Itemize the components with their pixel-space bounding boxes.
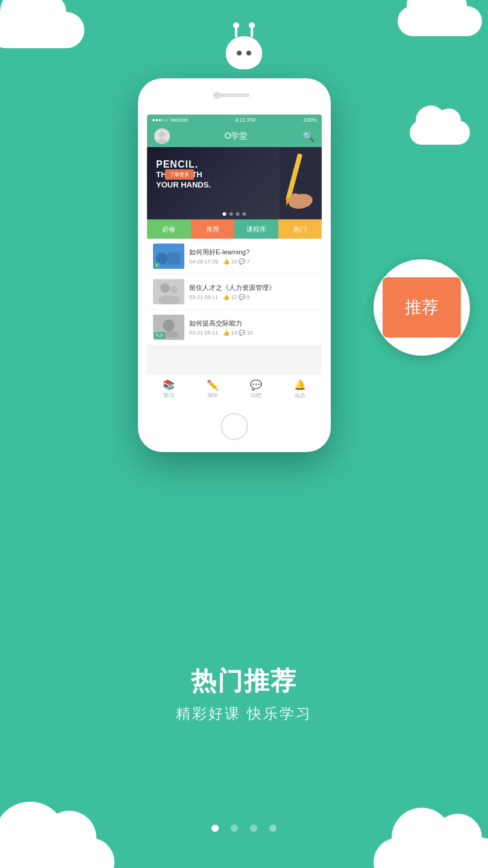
banner-illustration — [255, 147, 322, 219]
status-bar: ●●●○○ Verizon 4:21 PM 100% — [147, 115, 322, 125]
tab-hot[interactable]: 热门 — [278, 219, 322, 239]
study-icon: 📚 — [163, 379, 175, 391]
course-meta-2: 03-21 09:11 👍 12 💬 9 — [189, 294, 316, 300]
nav-label-study: 学习 — [163, 392, 174, 400]
list-item[interactable]: 留住人才之《人力资源管理》 03-21 09:11 👍 12 💬 9 — [147, 274, 322, 310]
cloud-bottom-left — [0, 838, 114, 868]
course-thumbnail-2 — [153, 279, 184, 304]
banner-dot-4 — [243, 212, 246, 216]
banner-dot-2 — [230, 212, 233, 216]
course-stats-2: 👍 12 💬 9 — [223, 294, 250, 300]
svg-point-15 — [163, 319, 175, 332]
course-date-1: 04-28 17:26 — [189, 259, 218, 265]
phone-frame: ●●●○○ Verizon 4:21 PM 100% O学堂 🔍 PENCI — [138, 78, 331, 452]
course-stats-1: 👍 10 💬 7 — [223, 259, 250, 265]
search-icon[interactable]: 🔍 — [302, 131, 314, 142]
banner-dot-1 — [223, 212, 227, 216]
svg-point-12 — [170, 286, 178, 294]
banner-dot-3 — [236, 212, 240, 216]
tab-recommend[interactable]: 推荐 — [191, 219, 235, 239]
recommend-label: 推荐 — [383, 277, 461, 338]
course-title-1: 如何用好E-learning? — [189, 248, 316, 257]
phone-camera — [213, 92, 221, 99]
phone-mockup: ●●●○○ Verizon 4:21 PM 100% O学堂 🔍 PENCI — [138, 78, 331, 452]
svg-rect-9 — [168, 253, 180, 265]
bottom-navigation: 📚 学习 ✏️ 测评 💬 问吧 🔔 动态 — [147, 374, 322, 404]
page-dot-4[interactable] — [269, 825, 277, 832]
page-dot-2[interactable] — [231, 825, 238, 832]
app-header: O学堂 🔍 — [147, 125, 322, 147]
tab-required[interactable]: 必修 — [147, 219, 191, 239]
app-title: O学堂 — [225, 131, 248, 142]
banner-cta-button[interactable]: 了解更多 — [165, 169, 194, 180]
nav-item-feed[interactable]: 🔔 动态 — [278, 374, 322, 404]
phone-speaker — [219, 93, 249, 97]
phone-home-button[interactable] — [221, 413, 248, 440]
feed-icon: 🔔 — [294, 379, 306, 391]
list-item[interactable]: 礼仪 如何提高交际能力 03-21 09:11 👍 13 💬 10 — [147, 310, 322, 345]
ask-icon: 💬 — [250, 379, 262, 391]
recommend-circle[interactable]: 推荐 — [374, 259, 470, 356]
category-tabs: 必修 推荐 课程库 热门 — [147, 219, 322, 239]
banner-text: PENCIL. THINK WITH YOUR HANDS. 了解更多 — [156, 159, 211, 190]
course-info-3: 如何提高交际能力 03-21 09:11 👍 13 💬 10 — [189, 319, 316, 336]
headline-text: 热门推荐 — [0, 664, 488, 698]
thumb-label-1: E — [154, 263, 160, 268]
page-dot-3[interactable] — [250, 825, 257, 832]
course-thumbnail-1: E — [153, 244, 184, 269]
banner-line3: YOUR HANDS. — [156, 180, 211, 190]
cloud-top-left — [0, 12, 84, 48]
course-info-2: 留住人才之《人力资源管理》 03-21 09:11 👍 12 💬 9 — [189, 283, 316, 300]
svg-point-11 — [160, 283, 170, 293]
cloud-mid-right — [410, 121, 470, 145]
page-dot-1[interactable] — [211, 825, 219, 832]
course-date-3: 03-21 09:11 — [189, 330, 218, 336]
page-indicator — [0, 825, 488, 832]
nav-label-ask: 问吧 — [251, 392, 261, 400]
course-title-2: 留住人才之《人力资源管理》 — [189, 283, 316, 292]
nav-item-study[interactable]: 📚 学习 — [147, 374, 191, 404]
banner-dots — [223, 212, 246, 216]
course-list: E 如何用好E-learning? 04-28 17:26 👍 10 💬 7 — [147, 239, 322, 345]
nav-label-feed: 动态 — [295, 392, 305, 400]
time-display: 4:21 PM — [236, 117, 256, 123]
course-meta-3: 03-21 09:11 👍 13 💬 10 — [189, 330, 316, 336]
nav-label-exam: 测评 — [207, 392, 218, 400]
robot-mascot — [220, 36, 268, 84]
tab-library[interactable]: 课程库 — [234, 219, 278, 239]
carrier-text: ●●●○○ Verizon — [152, 117, 188, 123]
battery-display: 100% — [303, 117, 317, 123]
svg-point-0 — [159, 131, 165, 137]
course-title-3: 如何提高交际能力 — [189, 319, 316, 328]
main-headline-section: 热门推荐 精彩好课 快乐学习 — [0, 664, 488, 723]
list-item[interactable]: E 如何用好E-learning? 04-28 17:26 👍 10 💬 7 — [147, 239, 322, 274]
banner-line1: PENCIL. — [156, 159, 211, 170]
robot-eye-left — [237, 51, 242, 55]
nav-item-exam[interactable]: ✏️ 测评 — [191, 374, 235, 404]
course-meta-1: 04-28 17:26 👍 10 💬 7 — [189, 259, 316, 265]
course-info-1: 如何用好E-learning? 04-28 17:26 👍 10 💬 7 — [189, 248, 316, 265]
course-date-2: 03-21 09:11 — [189, 294, 218, 300]
phone-screen: ●●●○○ Verizon 4:21 PM 100% O学堂 🔍 PENCI — [147, 115, 322, 404]
subheadline-text: 精彩好课 快乐学习 — [0, 704, 488, 723]
nav-item-ask[interactable]: 💬 问吧 — [234, 374, 278, 404]
exam-icon: ✏️ — [207, 379, 219, 391]
svg-point-1 — [157, 139, 167, 144]
thumb-label-3: 礼仪 — [154, 332, 165, 339]
course-thumbnail-3: 礼仪 — [153, 315, 184, 340]
robot-eye-right — [246, 51, 251, 55]
hero-banner: PENCIL. THINK WITH YOUR HANDS. 了解更多 — [147, 147, 322, 219]
course-stats-3: 👍 13 💬 10 — [223, 330, 253, 336]
user-avatar[interactable] — [154, 128, 170, 144]
cloud-top-right — [398, 6, 482, 36]
cloud-bottom-right — [374, 838, 488, 868]
